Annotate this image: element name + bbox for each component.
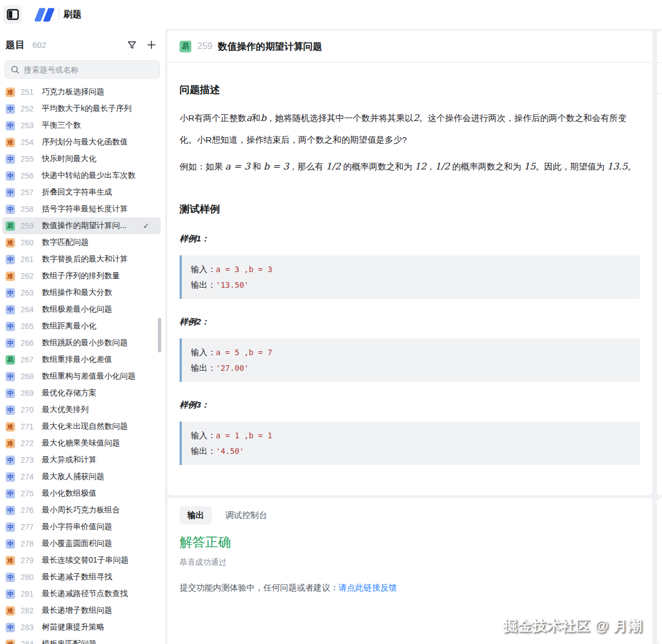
difficulty-badge: 中 bbox=[6, 506, 15, 515]
list-item[interactable]: 难282最长递增子数组问题 bbox=[2, 602, 161, 619]
math-segment: 1/2 bbox=[326, 161, 341, 172]
sample-label: 样例3： bbox=[180, 400, 640, 410]
difficulty-badge: 难 bbox=[6, 138, 15, 147]
tab-output[interactable]: 输出 bbox=[180, 506, 212, 525]
list-item[interactable]: 难260数字匹配问题 bbox=[2, 234, 161, 251]
problem-number: 259 bbox=[197, 41, 212, 51]
problem-title: 数字替换后的最大和计算 bbox=[42, 254, 128, 264]
sample-code-block: 输入：a = 3 ,b = 3输出：'13.50' bbox=[180, 255, 640, 299]
list-item[interactable]: 中280最长递减子数组寻找 bbox=[2, 569, 161, 585]
output-code: '4.50' bbox=[216, 447, 244, 456]
list-item[interactable]: 中264数组极差最小化问题 bbox=[2, 301, 161, 318]
text-segment: ，她将随机选择其中一个数并将其乘以 bbox=[267, 113, 414, 123]
search-input[interactable] bbox=[24, 65, 147, 74]
problem-number: 251 bbox=[21, 88, 37, 96]
list-item[interactable]: 中265数组距离最小化 bbox=[2, 318, 161, 335]
list-item[interactable]: 中278最小覆盖圆面积问题 bbox=[2, 535, 161, 552]
problem-title: 平均数大于k的最长子序列 bbox=[42, 104, 132, 114]
problem-title: 数值操作的期望计算问题 bbox=[218, 40, 322, 53]
tab-debug-console[interactable]: 调试控制台 bbox=[218, 506, 275, 525]
problem-count: 602 bbox=[32, 40, 46, 50]
list-item[interactable]: 难254序列划分与最大化函数值 bbox=[2, 134, 161, 151]
math-segment: 15 bbox=[524, 161, 535, 172]
problem-number: 263 bbox=[21, 288, 37, 297]
sidebar-scrollbar[interactable] bbox=[158, 318, 161, 352]
list-item[interactable]: 难262数组子序列的排列数量 bbox=[2, 268, 161, 284]
difficulty-badge: 中 bbox=[6, 322, 15, 331]
list-item[interactable]: 中281最长递减路径节点数查找 bbox=[2, 585, 161, 602]
list-item[interactable]: 中256快递中转站的最少出车次数 bbox=[2, 167, 161, 184]
problem-number: 260 bbox=[21, 238, 37, 247]
difficulty-badge: 中 bbox=[6, 121, 15, 130]
list-item[interactable]: 难251巧克力板选择问题 bbox=[2, 84, 161, 100]
list-item[interactable]: 中269最优化存储方案 bbox=[2, 385, 161, 401]
math-segment: a bbox=[247, 113, 252, 123]
result-subtitle: 恭喜成功通过 bbox=[180, 558, 640, 568]
list-item[interactable]: 中252平均数大于k的最长子序列 bbox=[2, 100, 161, 117]
list-item[interactable]: 中275最小化数组极值 bbox=[2, 485, 161, 502]
difficulty-badge: 难 bbox=[6, 238, 15, 248]
list-item[interactable]: 易267数组重排最小化差值 bbox=[2, 351, 161, 368]
list-item[interactable]: 中268数组重构与差值最小化问题 bbox=[2, 368, 161, 385]
problem-title: 最长递减路径节点数查找 bbox=[42, 589, 128, 599]
list-item[interactable]: 中263数组操作和最大分数 bbox=[2, 284, 161, 301]
text-segment: 例如：如果 bbox=[180, 162, 225, 171]
problem-number: 273 bbox=[21, 456, 37, 464]
sample-input-line: 输入：a = 3 ,b = 3 bbox=[191, 262, 631, 277]
list-item[interactable]: 中253平衡三个数 bbox=[2, 117, 161, 134]
problem-title: 平衡三个数 bbox=[42, 120, 81, 130]
problem-number: 264 bbox=[21, 305, 37, 314]
problem-number: 283 bbox=[21, 623, 37, 632]
sidebar: 题目 602 难251巧克力板选择问题中252平均数大于k的最长子序列中253平… bbox=[0, 29, 165, 644]
math-segment: b = 3 bbox=[264, 161, 289, 172]
samples-container: 样例1：输入：a = 3 ,b = 3输出：'13.50'样例2：输入：a = … bbox=[180, 234, 640, 465]
problem-number: 280 bbox=[21, 573, 37, 582]
list-item[interactable]: 难279最长连续交替01子串问题 bbox=[2, 552, 161, 569]
filter-button[interactable] bbox=[125, 38, 139, 52]
add-problem-button[interactable] bbox=[144, 38, 158, 52]
feedback-link[interactable]: 请点此链接反馈 bbox=[339, 583, 397, 592]
problem-title: 最大优美排列 bbox=[42, 405, 89, 415]
difficulty-badge: 中 bbox=[6, 104, 15, 114]
list-item[interactable]: 中277最小字符串价值问题 bbox=[2, 519, 161, 535]
list-item[interactable]: 中270最大优美排列 bbox=[2, 401, 161, 418]
problem-title: 数组距离最小化 bbox=[42, 321, 96, 331]
problem-title: 最优化存储方案 bbox=[42, 388, 96, 398]
top-header: 刷题 bbox=[0, 0, 662, 29]
problem-title: 快递中转站的最少出车次数 bbox=[42, 171, 136, 181]
difficulty-badge: 易 bbox=[6, 221, 15, 231]
list-item[interactable]: 难271最大化未出现自然数问题 bbox=[2, 418, 161, 435]
difficulty-badge: 中 bbox=[6, 539, 15, 549]
list-item[interactable]: 中258括号字符串最短长度计算 bbox=[2, 201, 161, 217]
list-item[interactable]: 难272最大化糖果美味值问题 bbox=[2, 435, 161, 452]
list-item[interactable]: 中255快乐时间最大化 bbox=[2, 151, 161, 167]
problem-title: 树苗健康提升策略 bbox=[42, 622, 104, 632]
marscode-logo-icon bbox=[33, 7, 56, 25]
text-segment: 和 bbox=[250, 162, 263, 171]
difficulty-badge: 难 bbox=[6, 556, 15, 565]
watermark: 掘金技术社区 @ 月潮 bbox=[504, 617, 642, 635]
sidebar-title: 题目 bbox=[6, 38, 25, 51]
difficulty-badge: 中 bbox=[6, 205, 15, 214]
list-item[interactable]: 中283树苗健康提升策略 bbox=[2, 619, 161, 636]
sidebar-toggle-button[interactable] bbox=[3, 5, 22, 24]
list-item[interactable]: 中274最大敌人捕获问题 bbox=[2, 468, 161, 485]
input-label: 输入： bbox=[191, 430, 216, 440]
list-item[interactable]: 中261数字替换后的最大和计算 bbox=[2, 251, 161, 268]
list-item[interactable]: 中276最小周长巧克力板组合 bbox=[2, 502, 161, 519]
output-panel: 输出调试控制台 解答正确 恭喜成功通过 提交功能内测体验中，任何问题或者建议：请… bbox=[167, 498, 653, 644]
list-item[interactable]: 中273最大异或和计算 bbox=[2, 452, 161, 468]
sample-code-block: 输入：a = 1 ,b = 1输出：'4.50' bbox=[180, 422, 640, 465]
result-title: 解答正确 bbox=[180, 534, 640, 551]
list-item[interactable]: 中257折叠回文字符串生成 bbox=[2, 184, 161, 201]
input-code: a = 5 ,b = 7 bbox=[216, 348, 272, 357]
list-item[interactable]: 易259数值操作的期望计算问...✓ bbox=[2, 217, 161, 234]
difficulty-badge: 中 bbox=[6, 372, 15, 381]
problem-number: 254 bbox=[21, 138, 37, 147]
problem-number: 271 bbox=[21, 422, 37, 431]
list-item[interactable]: 难284模板串匹配问题 bbox=[2, 636, 161, 644]
output-label: 输出： bbox=[191, 363, 216, 372]
list-item[interactable]: 中266数组跳跃的最小步数问题 bbox=[2, 335, 161, 351]
problem-title: 折叠回文字符串生成 bbox=[42, 187, 112, 197]
solved-check-icon: ✓ bbox=[143, 221, 149, 230]
